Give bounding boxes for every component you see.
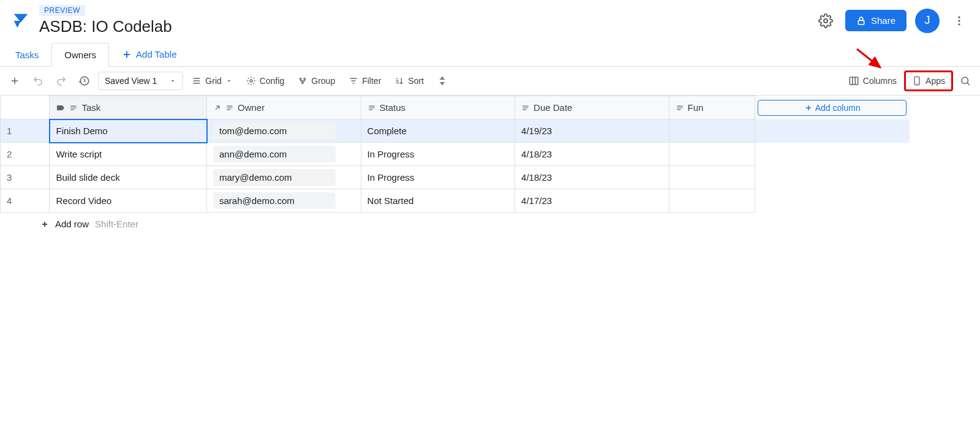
group-icon <box>298 76 307 86</box>
cell-due[interactable]: 4/17/23 <box>515 189 669 213</box>
row-number[interactable]: 4 <box>1 189 50 213</box>
history-button[interactable] <box>75 71 94 91</box>
cell-status[interactable]: Not Started <box>361 189 515 213</box>
saved-view-selector[interactable]: Saved View 1 <box>98 72 183 90</box>
cell-empty <box>755 119 910 143</box>
cell-owner[interactable]: mary@demo.com <box>207 166 361 189</box>
cell-due[interactable]: 4/18/23 <box>515 143 669 166</box>
svg-point-6 <box>250 80 252 82</box>
sort-button[interactable]: Sort <box>390 72 429 89</box>
table-row[interactable]: 2Write scriptann@demo.comIn Progress4/18… <box>1 143 910 166</box>
saved-view-label: Saved View 1 <box>105 76 157 86</box>
config-button[interactable]: Config <box>241 72 289 89</box>
app-title[interactable]: ASDB: IO Codelab <box>39 17 172 36</box>
config-label: Config <box>260 76 284 86</box>
avatar[interactable]: J <box>915 9 940 33</box>
add-column-header: Add column <box>755 96 910 119</box>
column-header-owner[interactable]: Owner <box>207 96 361 119</box>
svg-point-9 <box>302 82 304 84</box>
add-table-label: Add Table <box>136 49 176 59</box>
svg-rect-10 <box>850 77 858 85</box>
svg-point-3 <box>958 20 960 21</box>
column-label: Due Date <box>533 102 572 113</box>
apps-label: Apps <box>925 76 945 86</box>
cell-status[interactable]: In Progress <box>361 166 515 189</box>
plus-icon <box>804 104 813 112</box>
table-row[interactable]: 4Record Videosarah@demo.comNot Started4/… <box>1 189 910 213</box>
search-button[interactable] <box>956 71 975 91</box>
column-label: Owner <box>238 102 265 113</box>
row-height-button[interactable] <box>432 71 452 91</box>
cell-fun[interactable] <box>669 119 755 143</box>
cell-task[interactable]: Record Video <box>50 189 207 213</box>
apps-button[interactable]: Apps <box>904 70 953 91</box>
chevron-down-icon <box>169 77 176 85</box>
columns-button[interactable]: Columns <box>843 72 902 90</box>
more-menu-button[interactable] <box>948 10 970 32</box>
add-column-button[interactable]: Add column <box>758 100 907 116</box>
column-label: Task <box>81 102 100 113</box>
filter-icon <box>349 76 358 86</box>
label-icon <box>56 103 66 113</box>
cell-status[interactable]: Complete <box>361 119 515 143</box>
grid-label: Grid <box>205 76 221 86</box>
column-label: Status <box>380 102 406 113</box>
add-row-button[interactable]: Add row Shift-Enter <box>0 213 980 235</box>
cell-fun[interactable] <box>669 143 755 166</box>
cell-owner[interactable]: tom@demo.com <box>207 119 361 143</box>
share-button[interactable]: Share <box>845 10 907 31</box>
table-row[interactable]: 3Build slide deckmary@demo.comIn Progres… <box>1 166 910 189</box>
tab-owners[interactable]: Owners <box>51 43 109 67</box>
filter-label: Filter <box>362 76 381 86</box>
table-row[interactable]: 1Finish Demotom@demo.comComplete4/19/23 <box>1 119 910 143</box>
add-table-button[interactable]: Add Table <box>113 43 185 66</box>
group-button[interactable]: Group <box>293 72 340 89</box>
cell-task[interactable]: Finish Demo <box>50 119 207 143</box>
svg-point-12 <box>962 77 968 84</box>
settings-button[interactable] <box>815 10 837 32</box>
cell-due[interactable]: 4/18/23 <box>515 166 669 189</box>
select-all-cell[interactable] <box>1 96 50 119</box>
cell-empty <box>755 143 910 166</box>
text-icon <box>521 104 530 112</box>
row-number[interactable]: 3 <box>1 166 50 189</box>
row-number[interactable]: 1 <box>1 119 50 143</box>
svg-point-4 <box>958 23 960 25</box>
grid-view-button[interactable]: Grid <box>187 72 237 89</box>
cell-empty <box>755 166 910 189</box>
cell-empty <box>755 189 910 213</box>
add-button[interactable] <box>5 71 24 91</box>
column-header-status[interactable]: Status <box>361 96 515 119</box>
plus-icon <box>40 220 49 229</box>
text-icon <box>69 104 78 112</box>
cell-status[interactable]: In Progress <box>361 143 515 166</box>
plus-icon <box>121 49 132 60</box>
svg-point-2 <box>958 16 960 18</box>
cell-owner[interactable]: ann@demo.com <box>207 143 361 166</box>
tab-tasks[interactable]: Tasks <box>2 43 51 67</box>
ref-icon <box>213 104 222 112</box>
cell-owner[interactable]: sarah@demo.com <box>207 189 361 213</box>
column-label: Fun <box>688 102 704 113</box>
columns-icon <box>848 75 859 86</box>
cell-due[interactable]: 4/19/23 <box>515 119 669 143</box>
cell-fun[interactable] <box>669 189 755 213</box>
sort-icon <box>394 76 404 86</box>
column-header-task[interactable]: Task <box>50 96 207 119</box>
filter-button[interactable]: Filter <box>344 72 386 89</box>
text-icon <box>676 104 684 112</box>
app-logo[interactable] <box>10 10 32 32</box>
redo-button[interactable] <box>51 71 71 91</box>
add-column-label: Add column <box>815 103 861 113</box>
cell-fun[interactable] <box>669 166 755 189</box>
cell-task[interactable]: Write script <box>50 143 207 166</box>
list-icon <box>192 76 202 86</box>
cell-task[interactable]: Build slide deck <box>50 166 207 189</box>
undo-button[interactable] <box>28 71 48 91</box>
lock-icon <box>856 16 866 26</box>
add-row-hint: Shift-Enter <box>95 219 138 229</box>
row-number[interactable]: 2 <box>1 143 50 166</box>
add-row-label: Add row <box>55 219 89 229</box>
column-header-fun[interactable]: Fun <box>669 96 755 119</box>
column-header-due[interactable]: Due Date <box>515 96 669 119</box>
